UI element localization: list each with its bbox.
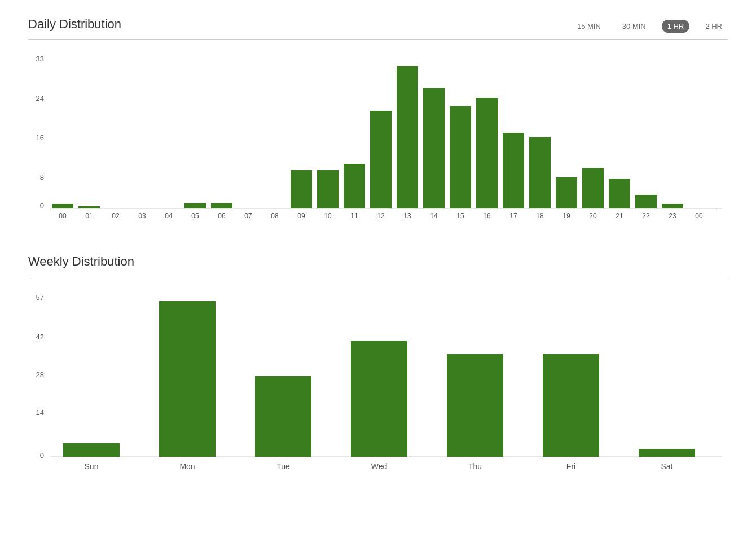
svg-text:09: 09 [297,212,305,220]
svg-text:22: 22 [642,212,650,220]
bar-06 [211,203,232,208]
svg-text:12: 12 [377,212,385,220]
svg-text:14: 14 [36,408,44,417]
bar-13 [397,66,418,208]
svg-text:19: 19 [562,212,570,220]
svg-text:05: 05 [191,212,199,220]
bar-12 [370,111,392,208]
bar-sun [63,443,120,457]
bar-19 [556,177,577,208]
bar-tue [255,376,311,457]
svg-text:13: 13 [403,212,411,220]
svg-text:23: 23 [669,212,676,220]
filter-1hr[interactable]: 1 HR [662,20,690,33]
svg-text:16: 16 [36,134,44,142]
svg-text:0: 0 [40,451,44,460]
bar-mon [159,301,216,457]
svg-text:Mon: Mon [179,462,195,471]
bar-17 [503,133,524,208]
bar-14 [423,88,445,208]
svg-text:02: 02 [112,212,120,220]
svg-text:57: 57 [36,293,44,302]
svg-text:10: 10 [324,212,332,220]
svg-text:03: 03 [138,212,146,220]
bar-thu [447,354,503,457]
daily-title: Daily Distribution [28,17,121,32]
daily-chart: 33 24 16 8 0 00 01 02 03 04 05 [28,51,728,220]
bar-wed [351,341,407,457]
svg-text:21: 21 [616,212,623,220]
svg-text:14: 14 [430,212,438,220]
svg-text:15: 15 [456,212,464,220]
svg-text:20: 20 [589,212,597,220]
svg-text:Sun: Sun [85,462,99,471]
svg-text:16: 16 [483,212,491,220]
filter-30min[interactable]: 30 MIN [617,20,652,33]
svg-text:07: 07 [244,212,252,220]
bar-21 [609,179,630,208]
svg-text:8: 8 [40,173,44,182]
daily-distribution-section: Daily Distribution 15 MIN 30 MIN 1 HR 2 … [28,17,728,220]
svg-text:24: 24 [36,94,44,103]
bar-sat [639,449,695,457]
bar-23 [662,204,683,208]
filter-2hr[interactable]: 2 HR [700,20,728,33]
bar-01 [78,206,100,208]
bar-15 [450,106,471,208]
bar-10 [317,170,339,208]
weekly-distribution-section: Weekly Distribution 57 42 28 14 0 Sun Mo… [28,254,728,458]
svg-text:0: 0 [40,201,44,210]
bar-09 [291,170,312,208]
svg-text:28: 28 [36,370,44,379]
svg-text:06: 06 [218,212,226,220]
svg-text:01: 01 [85,212,93,220]
bar-11 [344,164,365,208]
svg-text:08: 08 [271,212,279,220]
svg-text:18: 18 [536,212,544,220]
svg-text:11: 11 [350,212,358,220]
svg-text:00: 00 [59,212,67,220]
weekly-chart-svg: 57 42 28 14 0 Sun Mon Tue Wed [28,289,728,480]
svg-text:Fri: Fri [566,462,575,471]
bar-16 [476,98,498,208]
bar-00 [52,204,73,208]
svg-text:Sat: Sat [661,462,673,471]
weekly-title: Weekly Distribution [28,254,134,269]
svg-text:00: 00 [695,212,703,220]
bar-18 [529,137,551,208]
svg-text:Wed: Wed [371,462,388,471]
weekly-chart: 57 42 28 14 0 Sun Mon Tue Wed [28,289,728,458]
svg-text:Tue: Tue [276,462,290,471]
daily-chart-svg: 33 24 16 8 0 00 01 02 03 04 05 [28,51,728,232]
bar-20 [582,168,604,208]
time-filter-group: 15 MIN 30 MIN 1 HR 2 HR [572,20,728,33]
svg-text:04: 04 [165,212,173,220]
svg-text:17: 17 [509,212,517,220]
svg-text:33: 33 [36,55,44,63]
bar-05 [184,203,206,208]
svg-text:42: 42 [36,333,44,341]
weekly-section-header: Weekly Distribution [28,254,728,277]
bar-fri [543,354,599,457]
daily-section-header: Daily Distribution 15 MIN 30 MIN 1 HR 2 … [28,17,728,40]
svg-text:Thu: Thu [468,462,482,471]
bar-22 [635,195,657,208]
filter-15min[interactable]: 15 MIN [572,20,606,33]
